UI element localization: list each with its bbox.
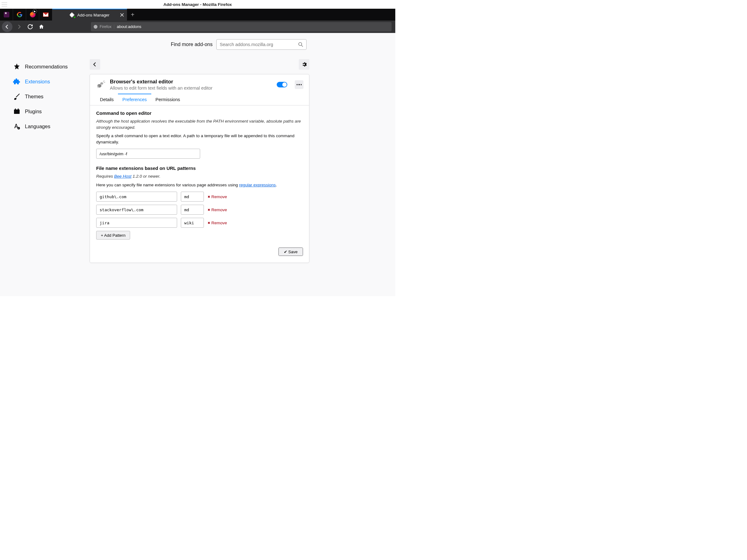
save-button[interactable]: ✔ Save: [279, 248, 303, 256]
forward-button[interactable]: [14, 22, 24, 32]
section1-note: Although the host application resolves t…: [96, 118, 303, 130]
regex-link[interactable]: regular expressions: [239, 183, 276, 187]
sidebar-item-label: Extensions: [25, 79, 50, 85]
remove-button[interactable]: Remove: [208, 220, 227, 225]
tab-addons-manager[interactable]: Add-ons Manager: [52, 9, 127, 21]
sidebar: Recommendations Extensions Themes Plugin…: [12, 59, 74, 263]
new-tab-button[interactable]: +: [127, 9, 138, 21]
star-icon: [13, 63, 21, 70]
tab-title: Add-ons Manager: [77, 13, 109, 18]
gmail-icon: [43, 12, 49, 17]
firefox-icon: [93, 25, 98, 29]
sidebar-item-extensions[interactable]: Extensions: [12, 74, 74, 89]
extension-card: Browser's external editor Allows to edit…: [89, 74, 309, 263]
pattern-row: Remove: [96, 205, 303, 215]
more-actions-button[interactable]: [295, 80, 304, 89]
svg-rect-6: [15, 109, 16, 109]
svg-line-4: [302, 46, 303, 47]
pattern-input[interactable]: [96, 192, 177, 202]
addons-search[interactable]: [216, 39, 307, 50]
pinned-tab-gmail[interactable]: [39, 9, 52, 21]
addons-main: Recommendations Extensions Themes Plugin…: [0, 50, 395, 263]
bee-host-link[interactable]: Bee Host: [114, 174, 132, 179]
detail-header: [89, 59, 309, 70]
slack-icon: [4, 12, 9, 18]
settings-gear-button[interactable]: [299, 59, 309, 70]
update-indicator-icon: [74, 16, 76, 18]
sidebar-item-plugins[interactable]: Plugins: [12, 104, 74, 119]
tab-permissions[interactable]: Permissions: [151, 94, 185, 105]
puzzle-icon: [13, 78, 21, 85]
sidebar-item-label: Plugins: [25, 109, 42, 114]
pattern-row: Remove: [96, 192, 303, 202]
addons-content: Find more add-ons Recommendations Extens…: [0, 33, 395, 296]
pattern-input[interactable]: [96, 218, 177, 228]
url-text: about:addons: [117, 24, 141, 29]
preferences-panel: Command to open editor Although the host…: [90, 105, 309, 263]
svg-point-10: [97, 85, 99, 88]
sidebar-item-recommendations[interactable]: Recommendations: [12, 59, 74, 74]
section2: File name extensions based on URL patter…: [96, 165, 303, 256]
section1-desc: Specify a shell command to open a text e…: [96, 133, 303, 145]
addons-header-row: Find more add-ons: [0, 39, 395, 50]
brush-icon: [13, 93, 21, 100]
detail-back-button[interactable]: [89, 59, 100, 70]
card-header: Browser's external editor Allows to edit…: [90, 74, 309, 94]
detail-pane: Browser's external editor Allows to edit…: [89, 59, 309, 263]
sidebar-item-label: Languages: [25, 124, 50, 129]
tab-details[interactable]: Details: [96, 94, 118, 105]
pinned-tab-app3[interactable]: [26, 9, 39, 21]
extension-title: Browser's external editor: [110, 79, 272, 85]
reload-button[interactable]: [25, 22, 35, 32]
detail-tabs: Details Preferences Permissions: [90, 94, 309, 105]
remove-button[interactable]: Remove: [208, 208, 227, 212]
media-icon: [30, 12, 35, 18]
gear-icon: [302, 62, 307, 67]
tab-close-button[interactable]: [120, 12, 125, 18]
pinned-tab-google[interactable]: [13, 9, 26, 21]
find-more-label: Find more add-ons: [171, 42, 212, 47]
pattern-input[interactable]: [96, 205, 177, 215]
chevron-left-icon: [93, 62, 97, 67]
add-pattern-button[interactable]: + Add Pattern: [96, 231, 130, 240]
svg-point-3: [299, 43, 302, 46]
search-icon: [298, 42, 303, 47]
sidebar-item-themes[interactable]: Themes: [12, 89, 74, 104]
sidebar-item-label: Recommendations: [25, 64, 68, 70]
window-title: Add-ons Manager - Mozilla Firefox: [163, 2, 232, 7]
editor-command-input[interactable]: [96, 149, 200, 159]
pinned-tab-slack[interactable]: [0, 9, 13, 21]
plugin-icon: [13, 108, 21, 115]
svg-rect-7: [18, 109, 19, 109]
addons-search-input[interactable]: [220, 42, 298, 47]
identity-label: Firefox: [100, 25, 111, 29]
svg-point-9: [100, 82, 103, 85]
extension-wasp-icon: [96, 80, 105, 89]
hamburger-icon[interactable]: [2, 2, 7, 6]
extension-input[interactable]: [181, 205, 204, 215]
sidebar-item-languages[interactable]: Languages: [12, 119, 74, 134]
identity-box[interactable]: Firefox: [93, 25, 114, 29]
save-row: ✔ Save: [96, 248, 303, 256]
extension-description: Allows to edit form text fields with an …: [110, 85, 272, 90]
tab-bar: Add-ons Manager +: [0, 9, 395, 21]
back-button[interactable]: [2, 22, 12, 32]
window-titlebar: Add-ons Manager - Mozilla Firefox: [0, 0, 395, 9]
language-icon: [13, 123, 21, 130]
extension-input[interactable]: [181, 192, 204, 202]
enable-toggle[interactable]: [277, 82, 287, 87]
extension-input[interactable]: [181, 218, 204, 228]
google-icon: [17, 12, 22, 18]
home-button[interactable]: [36, 22, 47, 32]
tab-icon-wrap: [70, 12, 75, 18]
section2-requires: Requires Bee Host 1.2.0 or newer.: [96, 173, 303, 180]
svg-point-2: [94, 25, 97, 28]
pattern-row: Remove: [96, 218, 303, 228]
url-bar[interactable]: Firefox about:addons: [91, 22, 391, 31]
extension-title-wrap: Browser's external editor Allows to edit…: [110, 79, 272, 90]
section1-heading: Command to open editor: [96, 110, 303, 116]
nav-toolbar: Firefox about:addons: [0, 21, 395, 33]
tab-preferences[interactable]: Preferences: [118, 94, 151, 105]
section2-heading: File name extensions based on URL patter…: [96, 165, 303, 171]
remove-button[interactable]: Remove: [208, 194, 227, 199]
